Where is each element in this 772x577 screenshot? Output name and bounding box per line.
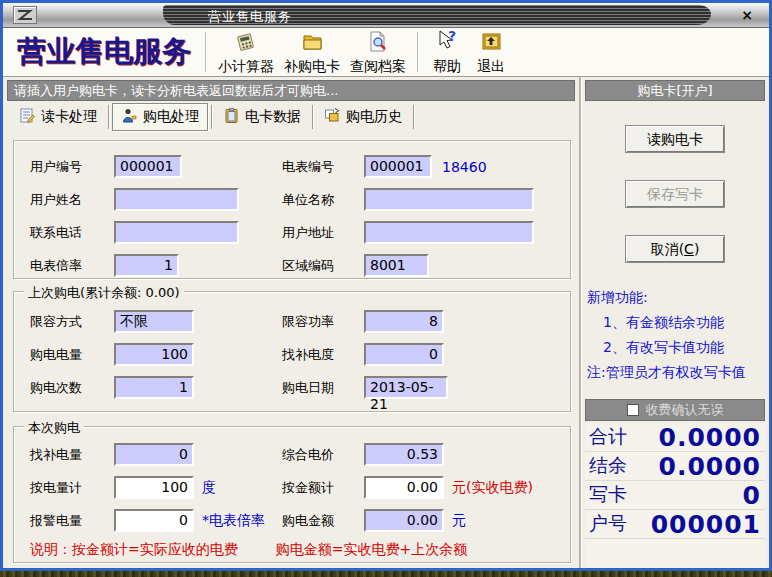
adjust-degree-field: 0 — [364, 343, 444, 366]
help-label: 帮助 — [433, 58, 461, 74]
total-row: 合计 0.0000 — [585, 423, 765, 452]
limit-mode-label: 限容方式 — [30, 313, 114, 331]
account-row: 户号 000001 — [585, 510, 765, 539]
tab-separator — [108, 105, 109, 129]
energy-label: 购电电量 — [30, 346, 114, 364]
tab-read-card[interactable]: 读卡处理 — [11, 104, 105, 130]
tab-history[interactable]: 购电历史 — [316, 104, 410, 130]
cancel-hotkey: C — [684, 241, 694, 257]
alarm-qty-input[interactable]: 0 — [114, 509, 194, 532]
total-value: 0.0000 — [627, 423, 761, 452]
note-right: 购电金额=实收电费+上次余额 — [276, 541, 467, 559]
search-document-icon — [366, 28, 390, 58]
meter-no-label: 电表编号 — [282, 158, 364, 176]
tab-history-label: 购电历史 — [346, 108, 402, 126]
main-panel: 请插入用户购电卡，读卡分析电表返回数据后才可购电... 读卡处理 — [3, 77, 579, 568]
current-purchase-group: 本次购电 找补电量 0 综合电价 0.53 按电量计 100 度 — [13, 426, 571, 563]
toolbar-separator — [417, 32, 419, 72]
limit-mode-field: 不限 — [114, 310, 194, 333]
person-icon — [121, 107, 138, 127]
repurchase-card-label: 补购电卡 — [284, 58, 340, 74]
user-info-group: 用户编号 000001 电表编号 000001 18460 用户姓名 — [13, 140, 571, 279]
purchase-times-label: 购电次数 — [30, 379, 114, 397]
note-3: 注:管理员才有权改写卡值 — [587, 360, 763, 385]
confirm-checkbox[interactable] — [627, 404, 639, 416]
amount-unit: 元 — [452, 512, 466, 530]
exit-button[interactable]: 退出 — [469, 29, 513, 75]
tab-separator — [312, 105, 313, 129]
amount-label: 购电金额 — [282, 512, 364, 530]
by-quantity-label: 按电量计 — [30, 479, 114, 497]
balance-row: 结余 0.0000 — [585, 452, 765, 481]
help-button[interactable]: ? 帮助 — [425, 29, 469, 75]
toolbar: 营业售电服务 小计算器 补购电卡 — [3, 28, 769, 77]
calculator-icon — [234, 28, 258, 58]
alarm-qty-unit: *电表倍率 — [202, 512, 265, 530]
history-icon — [324, 107, 341, 127]
tab-card-data[interactable]: 电卡数据 — [215, 104, 309, 130]
phone-label: 联系电话 — [30, 224, 114, 242]
user-name-field — [114, 188, 239, 211]
repurchase-card-button[interactable]: 补购电卡 — [279, 29, 345, 75]
exit-label: 退出 — [477, 58, 505, 74]
totals-panel: 合计 0.0000 结余 0.0000 写卡 0 户号 000001 — [585, 423, 765, 568]
note-1: 1、有金额结余功能 — [587, 310, 763, 335]
cancel-label: 取消( — [651, 241, 684, 257]
close-button[interactable]: × — [737, 6, 757, 24]
svg-text:?: ? — [448, 28, 456, 44]
meter-no-field: 000001 — [364, 155, 432, 178]
tab-card-data-label: 电卡数据 — [245, 108, 301, 126]
calculator-button[interactable]: 小计算器 — [213, 29, 279, 75]
total-label: 合计 — [589, 424, 627, 450]
tab-bar: 读卡处理 购电处理 — [3, 101, 579, 132]
user-no-field: 000001 — [114, 155, 182, 178]
purchase-date-label: 购电日期 — [282, 379, 364, 397]
limit-power-label: 限容功率 — [282, 313, 364, 331]
confirm-checkbox-label: 收费确认无误 — [646, 401, 724, 419]
read-card-icon — [19, 107, 36, 127]
balance-label: 结余 — [589, 453, 627, 479]
save-write-card-button[interactable]: 保存写卡 — [625, 180, 725, 208]
tab-read-card-label: 读卡处理 — [41, 108, 97, 126]
window-title: 营业售电服务 — [208, 8, 292, 26]
view-archive-label: 查阅档案 — [350, 58, 406, 74]
adjust-qty-label: 找补电量 — [30, 446, 114, 464]
panel-header: 购电卡[开户] — [585, 80, 765, 101]
account-label: 户号 — [589, 511, 627, 537]
clipboard-icon — [223, 107, 240, 127]
user-no-label: 用户编号 — [30, 158, 114, 176]
notes-title: 新增功能: — [587, 285, 763, 310]
amount-field: 0.00 — [364, 509, 444, 532]
help-icon: ? — [435, 28, 459, 58]
tab-purchase[interactable]: 购电处理 — [112, 103, 208, 131]
write-card-value: 0 — [627, 481, 761, 510]
meter-rate-label: 电表倍率 — [30, 257, 114, 275]
folder-icon — [300, 28, 324, 58]
tab-separator — [413, 105, 414, 129]
limit-power-field: 8 — [364, 310, 444, 333]
unit-name-label: 单位名称 — [282, 191, 364, 209]
cancel-label-suffix: ) — [694, 241, 699, 257]
last-purchase-group: 上次购电(累计余额: 0.00) 限容方式 不限 限容功率 8 购电电量 100 — [13, 291, 571, 412]
note-left: 说明：按金额计=实际应收的电费 — [30, 541, 238, 559]
exit-icon — [479, 28, 503, 58]
view-archive-button[interactable]: 查阅档案 — [345, 29, 411, 75]
app-logo-icon — [13, 6, 37, 24]
unit-name-field — [364, 188, 534, 211]
adjust-degree-label: 找补电度 — [282, 346, 364, 364]
address-label: 用户地址 — [282, 224, 364, 242]
by-quantity-input[interactable]: 100 — [114, 476, 194, 499]
by-amount-unit: 元(实收电费) — [452, 479, 533, 497]
read-purchase-card-button[interactable]: 读购电卡 — [625, 125, 725, 153]
by-amount-input[interactable]: 0.00 — [364, 476, 444, 499]
purchase-date-field: 2013-05-21 — [364, 376, 448, 399]
write-card-row: 写卡 0 — [585, 481, 765, 510]
area-code-label: 区域编码 — [282, 257, 364, 275]
meter-reading-value: 18460 — [442, 159, 487, 175]
energy-field: 100 — [114, 343, 194, 366]
price-field: 0.53 — [364, 443, 444, 466]
action-panel: 购电卡[开户] 读购电卡 保存写卡 取消(C) 新增功能: 1、有金额结余功能 … — [579, 77, 769, 568]
cancel-button[interactable]: 取消(C) — [625, 235, 725, 263]
toolbar-separator — [205, 32, 207, 72]
alarm-qty-label: 报警电量 — [30, 512, 114, 530]
